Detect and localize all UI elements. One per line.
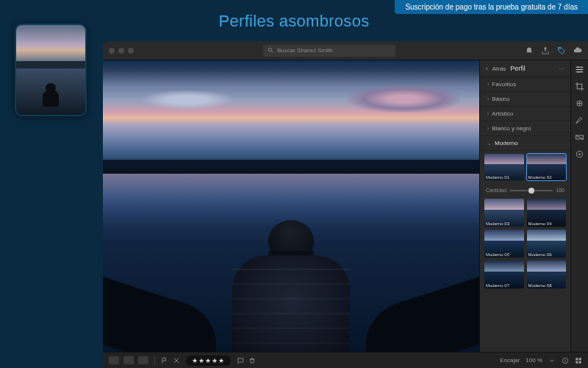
svg-rect-13 — [579, 361, 581, 363]
reject-icon[interactable] — [173, 357, 180, 364]
app-window: Buscar Shared Smith ‹ — [103, 41, 588, 368]
svg-rect-10 — [576, 358, 578, 360]
svg-line-1 — [271, 51, 273, 52]
amount-slider[interactable] — [509, 190, 553, 191]
svg-point-8 — [578, 153, 580, 155]
photo-canvas[interactable] — [103, 60, 479, 352]
profile-thumb[interactable]: Moderno 03 — [484, 199, 524, 227]
bottom-toolbar: ★★★★★ Encajar 100 % — [103, 352, 588, 368]
back-button[interactable]: Atrás — [492, 66, 506, 72]
subscription-banner: Suscripción de pago tras la prueba gratu… — [395, 0, 588, 14]
amount-value: 100 — [556, 188, 564, 193]
chevron-left-icon[interactable]: ‹ — [486, 66, 488, 72]
more-options-button[interactable]: ··· — [559, 65, 564, 72]
chat-icon[interactable] — [237, 357, 244, 364]
info-icon[interactable] — [562, 357, 569, 364]
flag-icon[interactable] — [161, 357, 168, 364]
profile-thumb[interactable]: Moderno 04 — [527, 199, 567, 227]
zoom-level[interactable]: 100 % — [526, 357, 542, 364]
search-icon — [268, 47, 274, 54]
tag-icon[interactable] — [557, 46, 566, 55]
profile-thumb[interactable]: Moderno 08 — [527, 261, 567, 289]
panel-title: Perfil — [510, 65, 526, 72]
chevron-right-icon: › — [487, 126, 489, 131]
profile-thumb[interactable]: Moderno 07 — [484, 261, 524, 289]
edit-sliders-icon[interactable] — [575, 65, 584, 74]
profile-thumb[interactable]: Moderno 01 — [484, 154, 524, 180]
chevron-down-icon: ⌄ — [487, 141, 492, 146]
chevron-right-icon: › — [487, 111, 489, 116]
svg-point-3 — [581, 68, 582, 70]
chevron-down-icon[interactable] — [548, 357, 556, 364]
notifications-icon[interactable] — [525, 46, 534, 55]
heal-icon[interactable] — [575, 99, 584, 108]
chevron-right-icon: › — [487, 82, 489, 87]
category-básico[interactable]: ›Básico — [480, 92, 570, 107]
svg-point-4 — [578, 71, 579, 73]
grid-view-icon[interactable] — [575, 357, 582, 364]
svg-rect-11 — [579, 358, 581, 360]
profile-panel: ‹ Atrás Perfil ··· ›Favoritos›Básico›Art… — [479, 60, 588, 352]
radial-icon[interactable] — [575, 149, 584, 159]
svg-rect-12 — [576, 361, 578, 363]
gradient-icon[interactable] — [575, 132, 584, 142]
category-favoritos[interactable]: ›Favoritos — [480, 77, 570, 92]
crop-icon[interactable] — [575, 82, 584, 91]
edited-photo — [103, 60, 479, 352]
rating-stars[interactable]: ★★★★★ — [186, 355, 231, 366]
share-icon[interactable] — [541, 46, 550, 55]
profile-thumb[interactable]: Moderno 05 — [484, 230, 524, 258]
chevron-right-icon: › — [487, 96, 489, 102]
tool-strip — [570, 60, 588, 352]
cloud-icon[interactable] — [573, 46, 582, 55]
profile-thumb[interactable]: Moderno 02 — [527, 154, 567, 180]
search-input[interactable]: Buscar Shared Smith — [263, 45, 395, 57]
category-moderno[interactable]: ⌄Moderno — [480, 136, 570, 151]
search-placeholder: Buscar Shared Smith — [277, 47, 333, 54]
feature-headline: Perfiles asombrosos — [0, 12, 588, 31]
view-switcher[interactable] — [109, 356, 148, 364]
category-blanco-y-negro[interactable]: ›Blanco y negro — [480, 121, 570, 136]
svg-point-0 — [268, 48, 272, 52]
original-photo-thumbnail — [15, 24, 87, 116]
fit-button[interactable]: Encajar — [500, 357, 520, 364]
window-controls[interactable] — [109, 48, 134, 54]
amount-label: Cantidad — [486, 188, 506, 193]
trash-icon[interactable] — [248, 357, 256, 364]
svg-point-2 — [577, 66, 578, 68]
brush-icon[interactable] — [575, 116, 584, 125]
profile-thumb[interactable]: Moderno 06 — [527, 230, 567, 258]
category-artístico[interactable]: ›Artístico — [480, 107, 570, 121]
top-toolbar: Buscar Shared Smith — [103, 41, 588, 60]
